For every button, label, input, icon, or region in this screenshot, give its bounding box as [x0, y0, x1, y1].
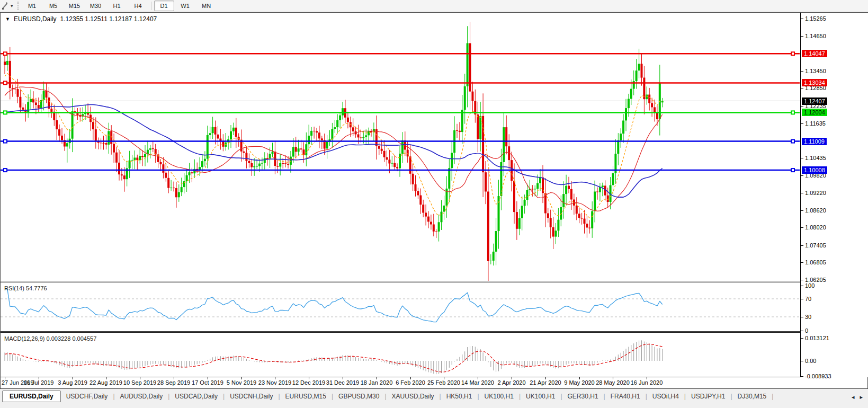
candle-up [339, 116, 341, 120]
chart-tab-eurusd-daily[interactable]: EURUSD,Daily [2, 391, 61, 402]
candle-up [144, 154, 146, 157]
line-handle-marker[interactable] [791, 168, 794, 172]
candle-down [76, 113, 78, 115]
candle-down [222, 141, 224, 147]
tabs-scroll-left-icon[interactable]: ◂ [852, 394, 855, 401]
date-label: 18 Jan 2020 [361, 379, 393, 386]
line-handle-marker[interactable] [791, 111, 794, 114]
candle-up [362, 137, 364, 138]
timeframe-button-m15[interactable]: M15 [65, 1, 85, 11]
candle-up [258, 164, 261, 166]
candle-up [448, 168, 450, 189]
date-label: 9 May 2020 [564, 379, 594, 386]
axis-tickmark [801, 317, 803, 317]
candle-down [586, 224, 588, 227]
pane-separator[interactable] [1, 331, 867, 332]
date-label: 28 Sep 2019 [157, 379, 190, 386]
chart-tab-uk100-h1[interactable]: UK100,H1 [479, 391, 519, 402]
timeframe-button-mn[interactable]: MN [196, 1, 217, 11]
candle-down [415, 184, 417, 191]
line-handle-marker[interactable] [4, 168, 7, 172]
candle-up [204, 159, 206, 161]
candle-up [591, 211, 593, 228]
line-handle-marker[interactable] [4, 140, 7, 143]
toolbar-grip[interactable] [17, 2, 19, 10]
chart-tab-gbpusd-m30[interactable]: GBPUSD,M30 [333, 391, 384, 402]
chart-tab-dj30-m15[interactable]: DJ30,M15 [732, 391, 772, 402]
candle-up [628, 99, 630, 109]
timeframe-button-m30[interactable]: M30 [86, 1, 106, 11]
timeframe-button-w1[interactable]: W1 [175, 1, 195, 11]
timeframe-button-h4[interactable]: H4 [128, 1, 148, 11]
candle-down [152, 148, 154, 149]
time-axis[interactable]: 27 Jun 201916 Jul 20193 Aug 201922 Aug 2… [1, 377, 800, 388]
candle-up [518, 218, 521, 229]
candle-down [568, 186, 570, 189]
chart-tab-usdcnh-daily[interactable]: USDCNH,Daily [225, 391, 278, 402]
line-handle-marker[interactable] [4, 111, 7, 114]
tabs-scroll-right-icon[interactable]: ▸ [860, 394, 863, 401]
candle-down [485, 172, 487, 191]
price-tick-label: 1.06805 [805, 259, 826, 265]
candle-up [310, 131, 312, 136]
candle-up [539, 178, 541, 183]
chart-tab-usdjpy-h1[interactable]: USDJPY,H1 [686, 391, 730, 402]
chart-title: ▼ EURUSD,Daily 1.12355 1.12511 1.12187 1… [5, 15, 157, 23]
line-handle-marker[interactable] [4, 52, 7, 55]
macd-canvas[interactable] [1, 333, 800, 377]
line-handle-marker[interactable] [4, 81, 7, 84]
candle-down [547, 214, 549, 218]
candle-down [9, 61, 11, 88]
candle-down [581, 218, 583, 218]
candle-up [368, 131, 370, 135]
chart-tab-usdchf-daily[interactable]: USDCHF,Daily [61, 391, 113, 402]
timeframe-button-h1[interactable]: H1 [107, 1, 127, 11]
candle-up [342, 108, 344, 116]
timeframe-button-d1[interactable]: D1 [154, 1, 174, 11]
date-label: 6 Feb 2020 [396, 379, 425, 386]
line-handle-marker[interactable] [791, 52, 794, 55]
price-axis[interactable]: 1.152651.146501.134501.128501.122351.116… [800, 13, 868, 377]
chart-tab-audusd-daily[interactable]: AUDUSD,Daily [115, 391, 168, 402]
candle-up [594, 192, 596, 211]
pane-separator[interactable] [1, 281, 867, 281]
candle-down [641, 64, 643, 77]
chart-tab-ger30-h1[interactable]: GER30,H1 [562, 391, 604, 402]
chart-tab-hk50-h1[interactable]: HK50,H1 [441, 391, 478, 402]
candle-down [165, 173, 167, 178]
candle-down [316, 131, 318, 132]
candle-down [425, 212, 427, 216]
chart-tool-button[interactable]: ▾ [0, 1, 15, 11]
price-tick-label: 1.09220 [805, 190, 826, 196]
chart-tab-usoil-h4[interactable]: USOil,H4 [647, 391, 684, 402]
candle-up [441, 212, 443, 223]
candle-up [279, 163, 281, 167]
price-chart-canvas[interactable] [1, 13, 800, 281]
candle-down [123, 175, 126, 179]
timeframe-button-m5[interactable]: M5 [43, 1, 64, 11]
macd-axis-label: 0.013121 [805, 335, 829, 341]
date-label: 10 Sep 2019 [123, 379, 156, 386]
candle-down [136, 158, 138, 161]
candle-up [186, 175, 188, 181]
candle-down [103, 143, 105, 144]
chart-tab-eurusd-m15[interactable]: EURUSD,M15 [280, 391, 332, 402]
chart-tab-uk100-h1[interactable]: UK100,H1 [521, 391, 560, 402]
collapse-triangle-icon[interactable]: ▼ [5, 16, 10, 22]
chart-tab-xauusd-daily[interactable]: XAUUSD,Daily [387, 391, 440, 402]
chart-tab-fra40-h1[interactable]: FRA40,H1 [605, 391, 646, 402]
candle-up [43, 91, 45, 100]
candle-down [313, 131, 315, 131]
candle-down [318, 132, 320, 138]
candle-down [300, 148, 302, 149]
candle-down [46, 91, 48, 97]
timeframe-button-m1[interactable]: M1 [22, 1, 42, 11]
rsi-canvas[interactable] [1, 282, 800, 331]
candle-up [365, 135, 367, 137]
candle-up [451, 153, 453, 168]
line-handle-marker[interactable] [791, 140, 794, 143]
candle-down [92, 122, 94, 129]
candle-down [32, 99, 34, 103]
chart-tab-usdcad-daily[interactable]: USDCAD,Daily [169, 391, 223, 402]
candle-up [170, 188, 172, 188]
